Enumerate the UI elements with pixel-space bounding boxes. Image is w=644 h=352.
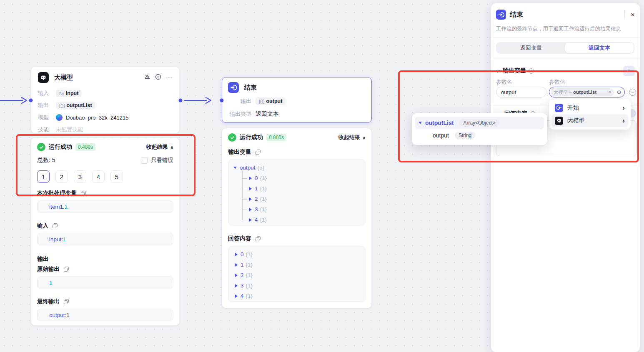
caret-right-icon xyxy=(235,295,238,298)
llm-output-label: 输出 xyxy=(38,102,50,109)
answer-item-3[interactable]: 3{1} xyxy=(235,280,360,291)
gear-icon[interactable]: ⚙ xyxy=(616,90,621,95)
llm-node-header: 大模型 ··· xyxy=(38,72,173,83)
end-run-result: 运行成功 0.000s 收起结果 ∧ 输出变量 output {5} 0{1} … xyxy=(222,128,372,308)
param-value-label: 参数值 xyxy=(549,78,565,86)
doubao-model-icon xyxy=(56,114,63,121)
answer-item-0[interactable]: 0{1} xyxy=(235,249,360,260)
tree-item-3[interactable]: 3{1} xyxy=(242,204,360,215)
remove-variable-button[interactable]: − xyxy=(629,89,636,96)
llm-skill-row: 技能 未配置技能 xyxy=(38,125,173,134)
workflow-canvas[interactable]: 大模型 ··· 输入 №input 输出 [()]outputList xyxy=(0,0,644,352)
more-options-icon[interactable]: ··· xyxy=(166,75,173,80)
end-output-label: 输出 xyxy=(228,97,251,105)
param-name-label: 参数名 xyxy=(496,78,549,86)
page-button-5[interactable]: 5 xyxy=(110,170,123,183)
menu-item-llm[interactable]: 大模型 › xyxy=(551,114,628,127)
caret-right-icon xyxy=(235,284,238,287)
chevron-right-icon: › xyxy=(622,117,625,125)
output-variables-tree: output {5} 0{1} 1{1} 2{1} 3{1} 4{1} xyxy=(228,159,366,226)
end-node-icon xyxy=(228,82,239,93)
caret-down-icon xyxy=(233,167,237,169)
node-end[interactable]: 结束 输出 [()]output 输出类型 返回文本 xyxy=(222,77,372,123)
remove-tag-icon[interactable]: × xyxy=(608,89,611,95)
tree-item-2[interactable]: 2{1} xyxy=(242,194,360,204)
section-caret-icon[interactable]: ∨ xyxy=(496,68,499,74)
end-collapse-result-button[interactable]: 收起结果 xyxy=(338,134,360,141)
copy-icon[interactable] xyxy=(256,150,261,155)
node-llm[interactable]: 大模型 ··· 输入 №input 输出 [()]outputList xyxy=(31,67,180,133)
copy-icon[interactable] xyxy=(53,223,58,228)
tree-root-output[interactable]: output {5} xyxy=(233,162,360,173)
llm-input-tag: №input xyxy=(56,90,82,97)
param-value-selector[interactable]: 大模型 – outputList × ⚙ xyxy=(549,87,625,97)
errors-only-label: 只看错误 xyxy=(151,157,173,164)
tree-item-0[interactable]: 0{1} xyxy=(242,173,360,183)
return-mode-tabs: 返回变量 返回文本 xyxy=(496,42,634,54)
tab-return-text[interactable]: 返回文本 xyxy=(565,43,634,53)
type-badge: Array<Object> xyxy=(459,119,499,127)
llm-input-section-label: 输入 xyxy=(37,222,48,230)
variable-node-menu: 开始 › 大模型 › xyxy=(549,99,631,130)
llm-bot-icon xyxy=(555,117,563,125)
menu-item-start[interactable]: 开始 › xyxy=(551,101,628,114)
chevron-right-icon: › xyxy=(622,104,625,112)
divider xyxy=(491,37,640,38)
raw-output-label: 原始输出 xyxy=(37,265,60,273)
copy-icon[interactable] xyxy=(81,191,86,196)
close-panel-button[interactable]: × xyxy=(631,11,635,18)
errors-only-checkbox[interactable] xyxy=(141,157,148,164)
end-run-status: 运行成功 xyxy=(240,134,263,141)
variable-reference-tag: 大模型 – outputList × xyxy=(551,88,614,96)
copy-icon[interactable] xyxy=(64,267,69,272)
caret-right-icon xyxy=(235,263,238,267)
tree-item-4[interactable]: 4{1} xyxy=(242,215,360,225)
copy-icon[interactable] xyxy=(64,299,69,304)
answer-item-4[interactable]: 4{1} xyxy=(235,291,360,301)
success-check-icon xyxy=(37,143,45,151)
llm-collapse-result-button[interactable]: 收起结果 xyxy=(146,143,168,151)
answer-item-1[interactable]: 1{1} xyxy=(235,260,360,270)
answer-item-2[interactable]: 2{1} xyxy=(235,270,360,280)
collapse-caret-icon: ∧ xyxy=(363,135,366,140)
llm-batch-total: 总数: 5 xyxy=(37,157,55,164)
end-config-panel: 结束 × 工作流的最终节点，用于返回工作流运行后的结果信息 返回变量 返回文本 … xyxy=(491,3,640,352)
end-type-label: 输出类型 xyxy=(228,110,251,118)
end-type-value: 返回文本 xyxy=(256,110,279,118)
success-check-icon xyxy=(228,133,236,142)
collapse-caret-icon: ∧ xyxy=(170,145,173,150)
start-node-icon xyxy=(555,104,563,112)
batch-pager: 1 2 3 4 5 xyxy=(37,170,173,183)
page-button-1[interactable]: 1 xyxy=(37,170,50,183)
copy-icon[interactable] xyxy=(256,236,261,241)
array-type-icon: [()] xyxy=(59,103,65,108)
llm-run-result: 运行成功 0.489s 收起结果 ∧ 总数: 5 只看错误 1 2 3 4 5 … xyxy=(31,137,180,326)
page-button-2[interactable]: 2 xyxy=(55,170,68,183)
add-output-variable-button[interactable]: + xyxy=(623,66,635,76)
llm-skill-label: 技能 xyxy=(38,126,50,133)
final-output-label: 最终输出 xyxy=(37,298,60,305)
test-run-icon[interactable] xyxy=(155,74,161,82)
llm-input-value: input : 1 xyxy=(37,233,173,245)
end-run-duration: 0.000s xyxy=(266,134,286,141)
string-type-icon: № xyxy=(59,91,64,96)
disable-alert-icon[interactable] xyxy=(144,74,150,82)
end-vars-label: 输出变量 xyxy=(228,148,251,156)
llm-skill-value: 未配置技能 xyxy=(56,126,83,133)
tree-item-1[interactable]: 1{1} xyxy=(242,183,360,194)
end-node-icon xyxy=(496,10,506,20)
llm-run-duration: 0.489s xyxy=(75,143,95,151)
llm-bot-icon xyxy=(38,72,49,83)
divider xyxy=(491,58,640,58)
panel-description: 工作流的最终节点，用于返回工作流运行后的结果信息 xyxy=(496,25,635,32)
submenu-item-output[interactable]: output String xyxy=(415,129,544,142)
answer-content-label: 回答内容 xyxy=(228,235,251,242)
llm-input-label: 输入 xyxy=(38,90,50,97)
llm-run-status: 运行成功 xyxy=(49,143,72,151)
page-button-3[interactable]: 3 xyxy=(74,170,86,183)
param-name-input[interactable]: output xyxy=(496,87,546,97)
page-button-4[interactable]: 4 xyxy=(92,170,105,183)
llm-output-section-label: 输出 xyxy=(37,255,49,263)
tab-return-variables[interactable]: 返回变量 xyxy=(497,43,565,53)
submenu-item-outputlist[interactable]: outputList Array<Object> xyxy=(415,117,544,129)
